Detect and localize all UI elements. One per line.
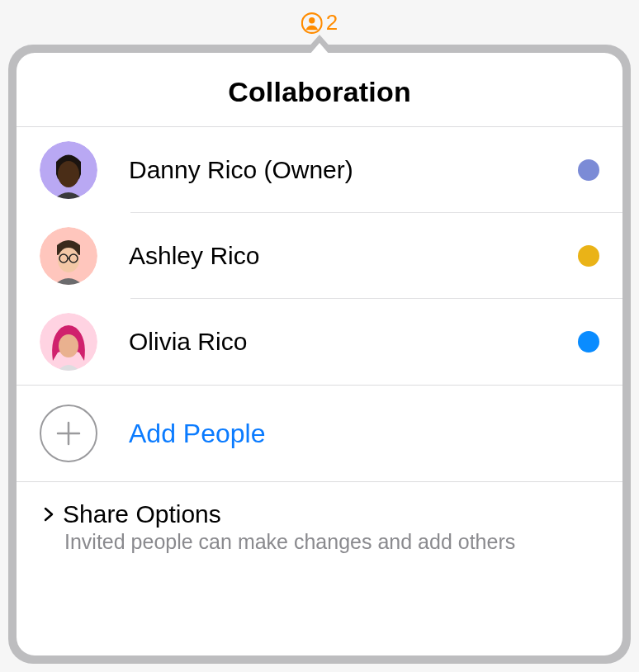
collaboration-badge[interactable]: 2 [301,10,338,35]
avatar [40,227,97,285]
share-options-title: Share Options [63,500,221,528]
avatar [40,313,97,371]
person-badge-icon [301,12,323,34]
add-people-button[interactable]: Add People [17,386,622,481]
plus-icon [40,405,97,462]
collaboration-count: 2 [326,10,338,35]
participant-name: Danny Rico (Owner) [129,156,578,184]
participant-name: Olivia Rico [129,328,578,356]
share-options-button[interactable]: Share Options Invited people can make ch… [17,482,622,577]
participant-row[interactable]: Danny Rico (Owner) [17,127,622,213]
popover-caret-inner [310,43,329,54]
collaboration-popover: Collaboration Danny Rico (Owner) [17,53,622,655]
status-dot [578,245,599,267]
svg-point-1 [309,17,315,23]
status-dot [578,331,599,353]
avatar [40,141,97,199]
popover-frame: Collaboration Danny Rico (Owner) [8,45,631,664]
popover-header: Collaboration [17,53,622,127]
participant-row[interactable]: Ashley Rico [17,213,622,299]
add-people-label: Add People [129,419,265,449]
chevron-right-icon [40,505,58,523]
share-options-description: Invited people can make changes and add … [40,530,599,554]
popover-title: Collaboration [17,76,622,108]
svg-point-5 [58,248,79,272]
participant-row[interactable]: Olivia Rico [17,299,622,385]
svg-point-3 [58,161,79,187]
participant-name: Ashley Rico [129,242,578,270]
svg-point-10 [59,334,78,357]
status-dot [578,159,599,181]
